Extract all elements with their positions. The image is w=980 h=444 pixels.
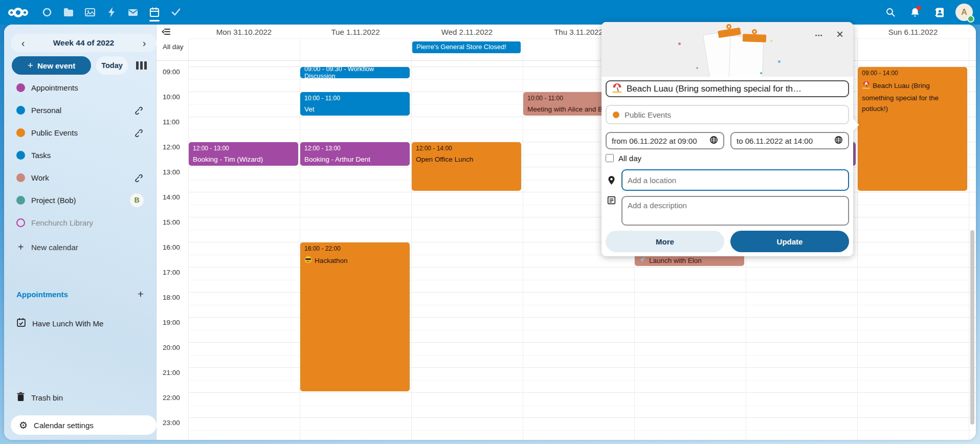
event-title-field[interactable] bbox=[606, 80, 849, 97]
event-beach-luau[interactable]: 09:00 - 14:00Beach Luau (Bring something… bbox=[858, 67, 967, 191]
event-editor-popup: ●●● × Public Events from 06.11.2022 at 0… bbox=[602, 22, 853, 256]
day-header[interactable]: Sun 6.11.2022 bbox=[857, 25, 969, 38]
dashboard-icon[interactable] bbox=[40, 2, 54, 23]
event-open-office-lunch[interactable]: 12:00 - 14:00Open Office Lunch bbox=[412, 142, 521, 191]
event-title: Hackathon bbox=[304, 256, 406, 265]
allday-checkbox[interactable] bbox=[606, 154, 614, 162]
calendar-select-value: Public Events bbox=[625, 110, 671, 119]
tasks-icon[interactable] bbox=[169, 2, 183, 23]
location-row bbox=[606, 169, 849, 191]
time-label: 21:00 bbox=[163, 369, 180, 394]
view-mode-icon[interactable] bbox=[136, 61, 147, 70]
allday-checkbox-row: All day bbox=[606, 153, 849, 163]
time-label: 17:00 bbox=[163, 269, 180, 294]
calendar-list-item[interactable]: Tasks bbox=[4, 144, 156, 166]
calendar-list-item[interactable]: Work bbox=[4, 166, 156, 189]
calendar-list-item[interactable]: Personal bbox=[4, 99, 156, 121]
event-workflow-discussion[interactable]: 09:00 - 09:30 - Workflow Discussion bbox=[300, 67, 410, 78]
event-booking-tim[interactable]: 12:00 - 13:00Booking - Tim (Wizard) bbox=[189, 142, 298, 166]
share-link-icon[interactable] bbox=[132, 173, 144, 182]
vertical-scrollbar[interactable] bbox=[970, 230, 974, 425]
calendar-check-icon bbox=[16, 318, 26, 329]
appointment-item-label: Have Lunch With Me bbox=[32, 319, 103, 328]
description-textarea[interactable] bbox=[621, 196, 849, 226]
share-link-icon[interactable] bbox=[132, 128, 144, 137]
shared-by-badge: B bbox=[130, 193, 144, 207]
day-header[interactable]: Wed 2.11.2022 bbox=[411, 25, 523, 38]
calendar-list-item[interactable]: Project (Bob) B bbox=[4, 189, 156, 211]
event-booking-arthur[interactable]: 12:00 - 13:00Booking - Arthur Dent bbox=[300, 142, 410, 166]
week-navigation: ‹ Week 44 of 2022 › bbox=[11, 34, 157, 52]
calendar-name: Public Events bbox=[31, 128, 126, 137]
update-button[interactable]: Update bbox=[730, 231, 849, 252]
nextcloud-logo-icon[interactable] bbox=[8, 8, 28, 17]
calendar-name: Project (Bob) bbox=[31, 196, 124, 205]
notification-badge bbox=[917, 6, 921, 10]
calendar-list-item[interactable]: Appointments bbox=[4, 76, 156, 99]
calendar-color-dot bbox=[16, 106, 25, 115]
popup-buttons: More Update bbox=[606, 231, 849, 252]
calendar-name: Fenchurch Library bbox=[31, 218, 144, 227]
date-range-row: from 06.11.2022 at 09:00 to 06.11.2022 a… bbox=[606, 132, 849, 149]
allday-checkbox-label[interactable]: All day bbox=[618, 154, 641, 163]
contacts-icon[interactable] bbox=[931, 4, 948, 21]
photos-icon[interactable] bbox=[83, 2, 97, 23]
notifications-bell-icon[interactable] bbox=[906, 4, 924, 21]
calendar-list-item[interactable]: Fenchurch Library bbox=[4, 211, 156, 234]
timezone-globe-icon[interactable] bbox=[834, 136, 843, 146]
appointment-config-item[interactable]: Have Lunch With Me bbox=[4, 314, 156, 332]
event-pierres-store-closed[interactable]: Pierre's General Store Closed! bbox=[412, 41, 521, 53]
timezone-globe-icon[interactable] bbox=[709, 136, 718, 146]
add-appointment-config-button[interactable]: + bbox=[138, 288, 144, 300]
popup-actions-menu-icon[interactable]: ●●● bbox=[811, 27, 827, 42]
day-header[interactable]: Mon 31.10.2022 bbox=[188, 25, 300, 38]
next-week-button[interactable]: › bbox=[139, 38, 149, 48]
time-axis: 09:0010:0011:0012:0013:0014:0015:0016:00… bbox=[163, 68, 180, 440]
calendar-icon[interactable] bbox=[148, 2, 161, 23]
collapse-allday-icon[interactable] bbox=[162, 28, 171, 38]
gear-icon: ⚙ bbox=[19, 420, 28, 430]
time-label: 20:00 bbox=[163, 344, 180, 369]
day-header[interactable]: Tue 1.11.2022 bbox=[300, 25, 411, 38]
event-time: 12:00 - 13:00 bbox=[304, 145, 406, 152]
more-button[interactable]: More bbox=[606, 231, 724, 252]
plus-icon: + bbox=[16, 241, 25, 253]
activity-icon[interactable] bbox=[105, 2, 118, 23]
close-icon[interactable]: × bbox=[832, 26, 848, 42]
calendar-name: Tasks bbox=[31, 151, 144, 160]
event-time: 12:00 - 14:00 bbox=[416, 145, 517, 152]
previous-week-button[interactable]: ‹ bbox=[18, 38, 28, 48]
trash-label: Trash bin bbox=[31, 393, 63, 402]
trash-bin-button[interactable]: Trash bin bbox=[4, 388, 156, 407]
new-calendar-button[interactable]: + New calendar bbox=[4, 236, 156, 258]
calendar-sidebar: ‹ Week 44 of 2022 › + New event Today Ap… bbox=[4, 25, 157, 440]
share-link-icon[interactable] bbox=[132, 105, 144, 115]
top-bar: A bbox=[0, 0, 980, 25]
event-title-input[interactable] bbox=[627, 84, 843, 94]
calendar-select[interactable]: Public Events bbox=[606, 105, 849, 124]
end-datetime-field[interactable]: to 06.11.2022 at 14:00 bbox=[730, 132, 849, 149]
time-label: 11:00 bbox=[163, 118, 180, 143]
appointments-section-header: Appointments + bbox=[4, 286, 156, 302]
time-label: 15:00 bbox=[163, 218, 180, 243]
calendar-list-item[interactable]: Public Events bbox=[4, 121, 156, 144]
start-datetime-field[interactable]: from 06.11.2022 at 09:00 bbox=[606, 132, 724, 149]
location-input[interactable] bbox=[621, 169, 849, 191]
search-icon[interactable] bbox=[882, 4, 899, 21]
event-hackathon[interactable]: 16:00 - 22:00Hackathon bbox=[300, 242, 410, 391]
nextcloud-calendar-app: { "topbar": { "apps": [ {"icon": "dashbo… bbox=[0, 0, 980, 444]
description-icon bbox=[606, 196, 617, 226]
mail-icon[interactable] bbox=[126, 2, 140, 23]
calendar-settings-button[interactable]: ⚙ Calendar settings bbox=[11, 415, 157, 435]
new-event-button[interactable]: + New event bbox=[12, 56, 91, 75]
event-time: 09:00 - 14:00 bbox=[862, 70, 963, 77]
event-vet[interactable]: 10:00 - 11:00Vet bbox=[300, 92, 410, 116]
calendar-color-dot bbox=[16, 218, 25, 227]
today-button[interactable]: Today bbox=[96, 56, 128, 75]
files-icon[interactable] bbox=[62, 2, 75, 23]
user-avatar[interactable]: A bbox=[955, 4, 973, 21]
week-title: Week 44 of 2022 bbox=[53, 38, 114, 48]
event-time: 10:00 - 11:00 bbox=[304, 95, 406, 102]
calendar-name: Personal bbox=[31, 106, 126, 115]
time-label: 16:00 bbox=[163, 243, 180, 269]
